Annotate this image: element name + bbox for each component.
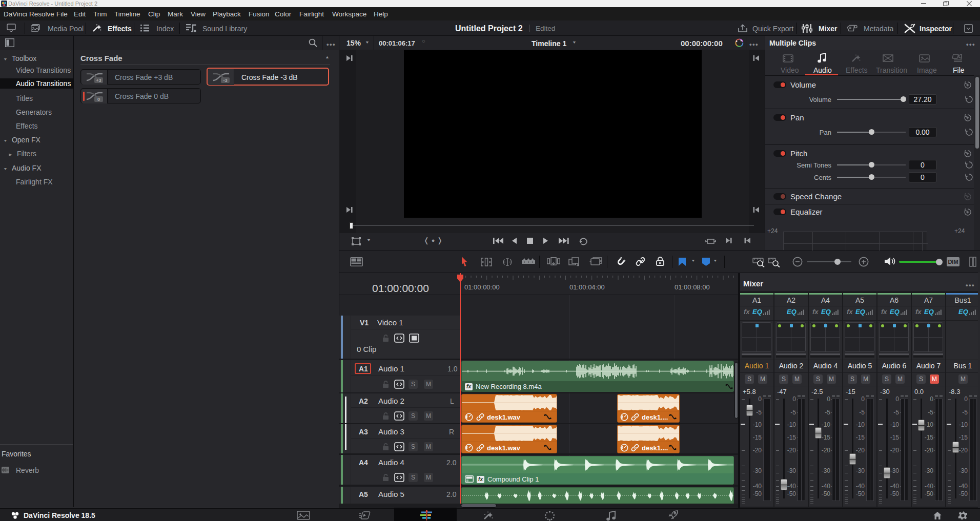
svg-text:-3: -3: [223, 78, 227, 83]
svg-text:0: 0: [97, 97, 100, 102]
svg-text:+3: +3: [96, 78, 101, 83]
